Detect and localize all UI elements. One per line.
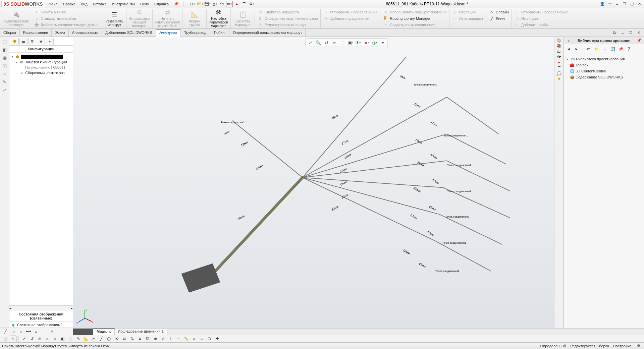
maximize-button[interactable]: ▢	[629, 1, 635, 7]
menu-insert[interactable]: Вставка	[91, 1, 109, 7]
lt-icon-4[interactable]: ◫	[1, 62, 8, 69]
bottom-tab-motion[interactable]: Исследование движения 1	[115, 329, 167, 335]
rp-help-icon[interactable]: ❓	[626, 46, 632, 52]
tb-i18[interactable]: ⊕	[152, 336, 159, 342]
rp-collapse-icon[interactable]: «	[565, 37, 572, 44]
select-button[interactable]: ▭	[226, 1, 233, 7]
lbl[interactable]: Сплайн	[496, 10, 509, 14]
rp-addloc-icon[interactable]: 🗀	[585, 46, 592, 52]
tb-i22[interactable]: 📏	[183, 336, 190, 342]
rp-back-icon[interactable]: ◄	[565, 46, 572, 52]
lt-icon-7[interactable]: ⤢	[1, 86, 8, 93]
bottom-tab-model[interactable]: Модель	[93, 328, 115, 335]
tab-piping[interactable]: Трубопровод	[181, 29, 210, 37]
tb-i23[interactable]: ⊿	[191, 336, 197, 342]
tab-userroute[interactable]: Определенный пользователем маршрут	[229, 29, 306, 37]
cp-1[interactable]: Точка соединения1	[414, 83, 438, 86]
tb-i4[interactable]: ⌀	[44, 336, 51, 342]
tab-sketch[interactable]: Эскиз	[52, 29, 68, 37]
graphics-area[interactable]: ⤢ 🔍 ↺ ✂ ⬚ ▣ 👁 ● ◑ ✦	[73, 37, 554, 328]
menu-file[interactable]: Файл	[47, 1, 60, 7]
lbl[interactable]: Добавить сращивание	[330, 16, 369, 20]
tb-i17[interactable]: ☑	[144, 336, 151, 342]
rp-unpin-icon[interactable]: 📌	[618, 46, 624, 52]
mdi-restore-icon[interactable]: ❐	[627, 30, 634, 36]
cp-4[interactable]: Точка соединения1	[447, 190, 471, 193]
tb-cube-icon[interactable]: ▢	[2, 336, 9, 342]
tp-viewpalette-icon[interactable]: 🗺	[557, 55, 561, 59]
menu-edit[interactable]: Правка	[61, 1, 77, 7]
print-button[interactable]: 🖨	[211, 1, 218, 7]
lbl[interactable]: Изоляция	[459, 10, 475, 14]
fm-tab-appearance-icon[interactable]: ●	[46, 38, 54, 45]
fm-tab-tree-icon[interactable]: ⬢	[11, 38, 19, 45]
sk-align-icon[interactable]: ≡	[33, 328, 40, 335]
rp-pin-icon[interactable]: 📌	[636, 37, 643, 44]
lbl[interactable]: Линия	[496, 16, 506, 20]
sk-dims-icon[interactable]: ⟷	[25, 328, 32, 335]
tb-i15[interactable]: ⇅	[129, 336, 136, 342]
open-doc-button[interactable]: 📂	[197, 1, 203, 7]
status-gear-icon[interactable]: ⚙	[635, 343, 642, 349]
tab-addins[interactable]: Добавления SOLIDWORKS	[102, 29, 156, 37]
fm-tree[interactable]: ▾⬢████████████████ ▸🗎Заметки к конфигура…	[9, 53, 73, 305]
tb-i9[interactable]: 📐	[83, 336, 89, 342]
fm-disp-state[interactable]: ◐Состояние отображения-2	[9, 322, 73, 328]
lbl[interactable]: Свойства маршрута	[264, 10, 299, 14]
tb-i24[interactable]: ⟐	[198, 336, 205, 342]
tb-i21[interactable]: ⌗	[175, 336, 182, 342]
lbl[interactable]: Стандартные трубки	[41, 16, 76, 20]
lt-icon-5[interactable]: ⌗	[1, 70, 8, 77]
rebuild-button[interactable]: ●	[233, 1, 240, 7]
fm-asmdraw[interactable]: ✓Сборочный чертеж раз	[10, 70, 72, 75]
rp-fwd-icon[interactable]: ►	[573, 46, 580, 52]
tab-electrical[interactable]: Электрика	[156, 29, 181, 37]
close-button[interactable]: ✕	[636, 1, 643, 7]
lbl[interactable]: Авто-маршрут	[459, 16, 483, 20]
tp-appearance-icon[interactable]: ●	[558, 60, 560, 64]
minimize-button[interactable]: –	[614, 1, 621, 7]
tb-i8[interactable]: ✎	[75, 336, 82, 342]
ribbon-flatten-route[interactable]: ☰ Развернутьмаршрут	[102, 9, 126, 28]
cp-3[interactable]: Точка соединения1	[447, 164, 471, 167]
user-icon[interactable]: 👤	[599, 1, 606, 7]
tb-i14[interactable]: ⧉	[121, 336, 128, 342]
tb-i20[interactable]: ⟟	[167, 336, 174, 342]
menu-help[interactable]: Справка	[152, 1, 171, 7]
new-doc-button[interactable]: 🗋	[189, 1, 196, 7]
lt-icon-2[interactable]: ◧	[1, 46, 8, 53]
rp-item-toolbox[interactable]: 🧰Toolbox	[565, 62, 643, 68]
lbl[interactable]: Добавить сгибы	[521, 23, 549, 27]
rp-refresh-icon[interactable]: 🔄	[609, 46, 616, 52]
tb-i2[interactable]: ↺	[29, 336, 35, 342]
sk-rect-icon[interactable]: ▭	[10, 328, 16, 335]
cp-5[interactable]: Точка соединения1	[445, 215, 470, 218]
lbl[interactable]: Начать в точке	[41, 10, 66, 14]
restore-button[interactable]: ❐	[621, 1, 628, 7]
save-button[interactable]: 💾	[204, 1, 211, 7]
lbl[interactable]: Создать точку соединения	[390, 23, 435, 27]
tb-i11[interactable]: ╱	[98, 336, 105, 342]
tb-i6[interactable]: ◧	[59, 336, 66, 342]
lbl[interactable]: Изоляция	[521, 16, 538, 20]
view-triad[interactable]: x y z	[76, 308, 93, 325]
lbl[interactable]: Использовать маршрут повторно	[390, 10, 446, 14]
undo-button[interactable]: ↶	[219, 1, 225, 7]
tp-fileexp-icon[interactable]: 🗂	[557, 50, 561, 54]
rp-item-3dcc[interactable]: 🌐3D ContentCentral	[565, 68, 643, 74]
tb-i26[interactable]: ✚	[214, 336, 220, 342]
ribbon-route-params[interactable]: 🛠 Настойкапараметровмаршрута	[207, 9, 231, 28]
tab-analyze[interactable]: Анализировать	[69, 29, 102, 37]
cp-2[interactable]: Точка соединения1	[444, 134, 468, 137]
cp-6[interactable]: Точка соединения1	[442, 241, 466, 244]
tb-i16[interactable]: A	[137, 336, 143, 342]
tb-i1[interactable]: ⤢	[21, 336, 28, 342]
menu-tools[interactable]: Инструменты	[110, 1, 137, 7]
tb-i13[interactable]: ⟲	[113, 336, 120, 342]
rp-newfolder-icon[interactable]: 📁	[593, 46, 600, 52]
lbl[interactable]: Редактировать маршрут	[264, 23, 306, 27]
fm-root[interactable]: ▾⬢████████████████	[10, 54, 72, 59]
rp-item-swcontent[interactable]: 📦Содержание SOLIDWORKS	[565, 74, 643, 80]
fm-tab-config-icon[interactable]: ⚙	[28, 38, 36, 45]
sk-more-icon[interactable]: ⋯	[41, 328, 47, 335]
